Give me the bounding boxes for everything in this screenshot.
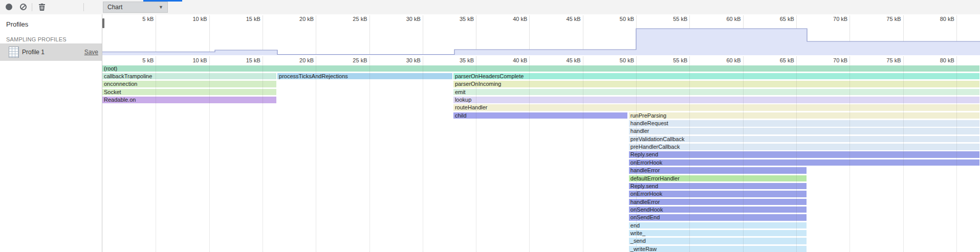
flame-gridline: [423, 65, 423, 252]
flame-bar[interactable]: onSendEnd: [629, 214, 807, 221]
flame-bar[interactable]: routeHandler: [453, 104, 979, 111]
flame-bar[interactable]: defaultErrorHandler: [629, 175, 807, 182]
memory-overview-graph: [102, 14, 980, 71]
flame-bar[interactable]: runPreParsing: [629, 112, 979, 119]
flame-bar[interactable]: onErrorHook: [629, 159, 979, 166]
sampling-profiles-heading: SAMPLING PROFILES: [6, 36, 67, 42]
memory-area: [102, 29, 980, 55]
flame-gridline: [796, 65, 797, 252]
flame-gridline: [209, 65, 210, 252]
flame-bar[interactable]: Reply.send: [629, 151, 979, 158]
devtools-memory-panel: Chart ▼ Profiles SAMPLING PROFILES Profi…: [0, 0, 980, 252]
flame-bar[interactable]: processTicksAndRejections: [277, 73, 452, 80]
flame-gridline: [529, 65, 530, 252]
save-link[interactable]: Save: [84, 49, 98, 56]
record-icon: [6, 4, 12, 10]
sidebar-title: Profiles: [6, 20, 28, 28]
flame-bar[interactable]: lookup: [453, 97, 979, 103]
chart-view-select[interactable]: Chart ▼: [103, 2, 168, 13]
flame-bar[interactable]: (root): [102, 65, 979, 72]
flame-gridline: [369, 65, 370, 252]
flame-bar[interactable]: parserOnIncoming: [453, 81, 979, 87]
profiles-sidebar: Profiles SAMPLING PROFILES Profile 1 Sav…: [0, 14, 102, 252]
flame-bar[interactable]: Reply.send: [629, 183, 807, 190]
flame-gridline: [689, 65, 690, 252]
flame-bar[interactable]: handleError: [629, 167, 807, 174]
toolbar-separator: [32, 3, 32, 11]
flame-bar[interactable]: _writeRaw: [629, 246, 807, 252]
profile-name: Profile 1: [22, 49, 45, 56]
flame-bar[interactable]: _send: [629, 238, 807, 244]
flame-bar[interactable]: preValidationCallback: [629, 136, 979, 143]
flame-bar[interactable]: end: [629, 222, 807, 229]
flame-bar[interactable]: handleError: [629, 199, 807, 205]
chart-view-select-value: Chart: [107, 4, 122, 11]
flame-bar[interactable]: emit: [453, 89, 979, 96]
flame-bar[interactable]: preHandlerCallback: [629, 144, 979, 150]
clear-icon: [20, 4, 27, 10]
flame-gridline: [156, 65, 156, 252]
flame-gridline: [316, 65, 316, 252]
toolbar: Chart ▼: [0, 0, 980, 15]
flame-bar[interactable]: Socket: [102, 89, 276, 96]
flame-gridline: [636, 65, 637, 252]
flame-gridline: [850, 65, 850, 252]
flame-bar[interactable]: handler: [629, 128, 979, 134]
flame-bar[interactable]: Readable.on: [102, 97, 276, 103]
flame-bar[interactable]: onconnection: [102, 81, 276, 87]
flame-bar[interactable]: callbackTrampoline: [102, 73, 276, 80]
flame-bar[interactable]: onErrorHook: [629, 191, 807, 197]
trash-icon: [38, 3, 46, 11]
flame-bar[interactable]: handleRequest: [629, 120, 979, 127]
flame-bar[interactable]: parserOnHeadersComplete: [453, 73, 979, 80]
overview-left-handle[interactable]: [102, 18, 104, 28]
clear-button[interactable]: [16, 0, 30, 14]
flame-gridline: [903, 65, 904, 252]
delete-profile-button[interactable]: [35, 0, 49, 14]
record-button[interactable]: [2, 0, 15, 14]
flame-gridline: [583, 65, 583, 252]
profile-grid-icon: [9, 47, 19, 58]
flame-gridline: [956, 65, 957, 252]
flame-bar[interactable]: write_: [629, 230, 807, 237]
toolbar-separator: [83, 3, 84, 11]
flame-bar[interactable]: child: [453, 112, 627, 119]
flame-gridline: [743, 65, 744, 252]
flame-gridline: [263, 65, 263, 252]
flame-chart-pane: 5 kB5 kB10 kB10 kB15 kB15 kB20 kB20 kB25…: [102, 14, 980, 252]
chevron-down-icon: ▼: [159, 5, 163, 10]
flame-bar[interactable]: onSendHook: [629, 207, 807, 213]
flame-gridline: [476, 65, 476, 252]
sidebar-item-profile-1[interactable]: Profile 1 Save: [0, 43, 102, 61]
